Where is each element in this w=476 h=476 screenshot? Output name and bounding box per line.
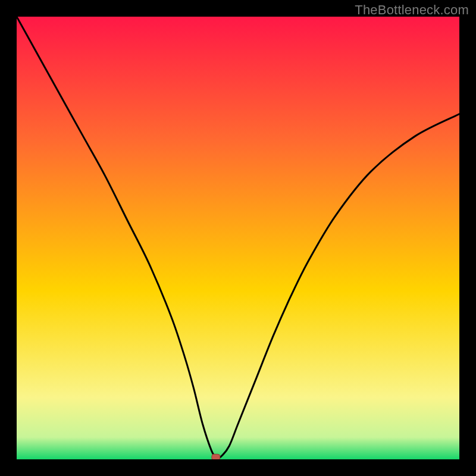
plot-area (17, 17, 459, 459)
chart-frame: TheBottleneck.com (0, 0, 476, 476)
optimal-marker-icon (212, 454, 220, 459)
bottleneck-chart (17, 17, 459, 459)
watermark-text: TheBottleneck.com (355, 2, 469, 18)
gradient-background (17, 17, 459, 459)
